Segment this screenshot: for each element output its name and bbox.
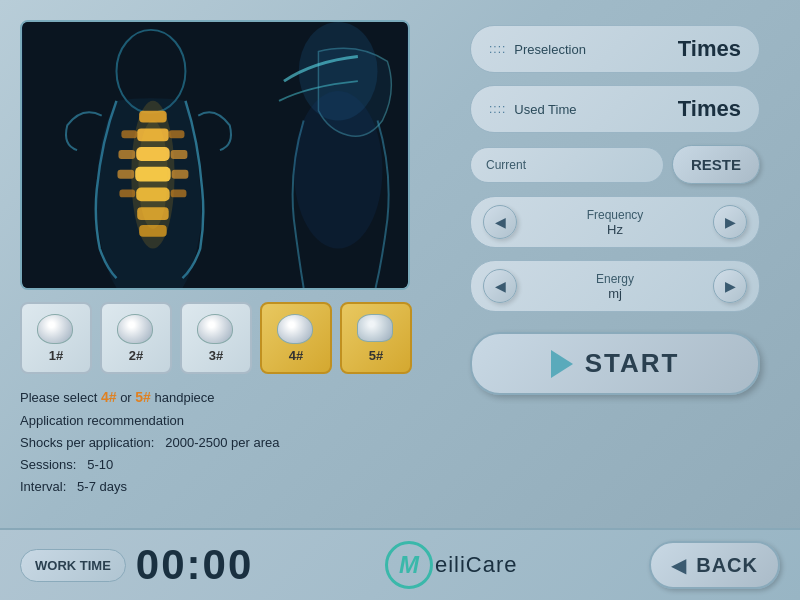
desc-prefix: Please select xyxy=(20,390,101,405)
logo: M eiliCare xyxy=(385,541,518,589)
handpiece-4[interactable]: 4# xyxy=(260,302,332,374)
logo-m-icon: M xyxy=(399,551,419,579)
desc-or: or xyxy=(117,390,136,405)
svg-rect-17 xyxy=(119,189,135,197)
desc-highlight-5: 5# xyxy=(135,389,151,405)
desc-line2: Application recommendation xyxy=(20,410,450,432)
preselection-label: Preselection xyxy=(514,42,586,57)
work-time-section: WORK TIME 00:00 xyxy=(20,541,253,589)
spine-image xyxy=(20,20,410,290)
back-label: BACK xyxy=(696,554,758,577)
svg-point-20 xyxy=(294,91,383,249)
dots-icon-2: :::: xyxy=(489,102,506,116)
play-icon xyxy=(551,350,573,378)
right-arrow-icon: ▶ xyxy=(725,214,736,230)
handpiece-1[interactable]: 1# xyxy=(20,302,92,374)
frequency-display: Frequency Hz xyxy=(517,208,713,237)
used-time-label: Used Time xyxy=(514,102,576,117)
desc-line3: Shocks per application: 2000-2500 per ar… xyxy=(20,432,450,454)
handpiece-row: 1# 2# 3# 4# 5# xyxy=(20,302,450,374)
svg-rect-15 xyxy=(117,170,134,179)
frequency-increase-button[interactable]: ▶ xyxy=(713,205,747,239)
bottom-bar: WORK TIME 00:00 M eiliCare ◀ BACK xyxy=(0,528,800,600)
handpiece-2[interactable]: 2# xyxy=(100,302,172,374)
energy-display: Energy mj xyxy=(517,272,713,301)
left-arrow-icon: ◀ xyxy=(495,214,506,230)
back-arrow-icon: ◀ xyxy=(671,553,686,577)
svg-rect-14 xyxy=(171,150,188,159)
desc-highlight-4: 4# xyxy=(101,389,117,405)
work-time-label: WORK TIME xyxy=(20,549,126,582)
right-arrow-icon-2: ▶ xyxy=(725,278,736,294)
energy-decrease-button[interactable]: ◀ xyxy=(483,269,517,303)
used-time-value: Times xyxy=(678,96,741,122)
svg-point-10 xyxy=(138,121,168,229)
handpiece-3[interactable]: 3# xyxy=(180,302,252,374)
logo-circle: M xyxy=(385,541,433,589)
svg-rect-16 xyxy=(172,170,189,179)
preselection-value: Times xyxy=(678,36,741,62)
frequency-decrease-button[interactable]: ◀ xyxy=(483,205,517,239)
right-panel: :::: Preselection Times :::: Used Time T… xyxy=(470,20,760,500)
left-arrow-icon-2: ◀ xyxy=(495,278,506,294)
current-label: Current xyxy=(486,158,648,172)
svg-rect-12 xyxy=(169,130,185,138)
current-row: Current RESTE xyxy=(470,145,760,184)
start-button[interactable]: START xyxy=(470,332,760,395)
left-panel: 1# 2# 3# 4# 5# Please select 4# or 5# xyxy=(20,20,450,500)
desc-line5: Interval: 5-7 days xyxy=(20,476,450,498)
svg-rect-11 xyxy=(121,130,137,138)
desc-line4: Sessions: 5-10 xyxy=(20,454,450,476)
desc-suffix: handpiece xyxy=(151,390,215,405)
handpiece-5[interactable]: 5# xyxy=(340,302,412,374)
svg-rect-13 xyxy=(118,150,135,159)
start-label: START xyxy=(585,348,680,379)
logo-text: eiliCare xyxy=(435,552,518,578)
frequency-row: ◀ Frequency Hz ▶ xyxy=(470,196,760,248)
work-time-value: 00:00 xyxy=(136,541,253,589)
description-text: Please select 4# or 5# handpiece Applica… xyxy=(20,386,450,498)
dots-icon-1: :::: xyxy=(489,42,506,56)
current-input[interactable]: Current xyxy=(470,147,664,183)
energy-increase-button[interactable]: ▶ xyxy=(713,269,747,303)
preselection-row: :::: Preselection Times xyxy=(470,25,760,73)
svg-rect-18 xyxy=(171,189,187,197)
energy-row: ◀ Energy mj ▶ xyxy=(470,260,760,312)
reste-button[interactable]: RESTE xyxy=(672,145,760,184)
used-time-row: :::: Used Time Times xyxy=(470,85,760,133)
back-button[interactable]: ◀ BACK xyxy=(649,541,780,589)
